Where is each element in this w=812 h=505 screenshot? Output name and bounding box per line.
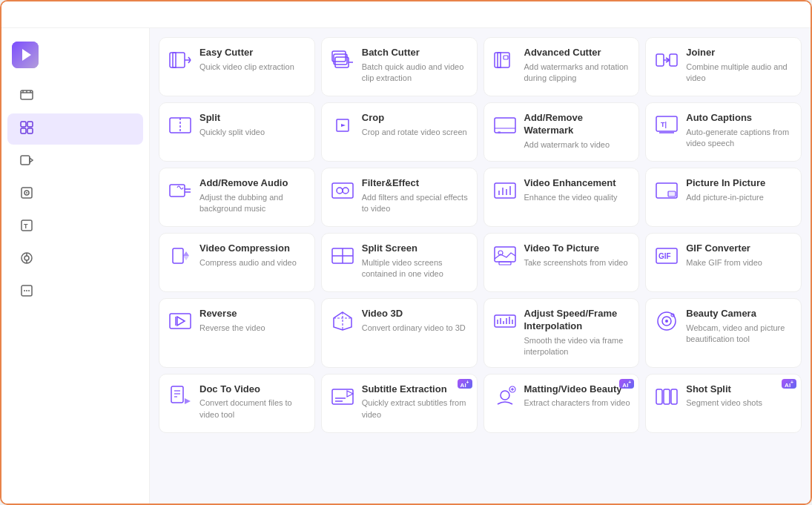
svg-marker-68 <box>183 256 189 260</box>
doc-to-video-name: Doc To Video <box>199 383 307 396</box>
easy-cutter-desc: Quick video clip extraction <box>199 62 307 73</box>
reverse-desc: Reverse the video <box>199 323 307 334</box>
svg-point-25 <box>28 290 30 291</box>
tool-card-subtitle-extraction[interactable]: Subtitle ExtractionQuickly extract subti… <box>321 374 478 433</box>
crop-info: CropCrop and rotate video screen <box>362 112 469 138</box>
tool-card-video-3d[interactable]: Video 3DConvert ordinary video to 3D <box>321 298 478 368</box>
advanced-cutter-name: Advanced Cutter <box>524 47 632 59</box>
batch-cutter-name: Batch Cutter <box>362 47 469 59</box>
tool-card-doc-to-video[interactable]: Doc To VideoConvert document files to vi… <box>159 374 315 433</box>
svg-rect-39 <box>670 54 677 66</box>
split-screen-desc: Multiple video screens contained in one … <box>362 257 469 280</box>
tool-card-add-remove-audio[interactable]: Add/Remove AudioAdjust the dubbing and b… <box>159 168 315 227</box>
video-enhancement-icon <box>492 177 518 204</box>
sidebar: T <box>1 28 150 504</box>
svg-rect-26 <box>170 53 185 67</box>
sidebar-item-more-tools[interactable] <box>7 277 143 308</box>
tool-card-reverse[interactable]: ReverseReverse the video <box>159 298 315 368</box>
add-remove-audio-info: Add/Remove AudioAdjust the dubbing and b… <box>199 177 307 215</box>
tool-card-crop[interactable]: CropCrop and rotate video screen <box>321 102 478 162</box>
split-info: SplitQuickly split video <box>199 112 307 138</box>
auto-captions-icon: T| <box>653 112 680 139</box>
video-to-picture-icon <box>492 242 518 269</box>
shot-split-icon <box>653 383 680 410</box>
filter-effect-info: Filter&EffectAdd filters and special eff… <box>362 177 469 215</box>
video-to-picture-desc: Take screenshots from video <box>524 257 632 268</box>
split-screen-name: Split Screen <box>362 242 469 255</box>
sidebar-item-video[interactable] <box>7 146 143 177</box>
sidebar-item-video-converter[interactable] <box>7 81 143 112</box>
svg-point-92 <box>665 320 668 323</box>
tool-card-video-to-picture[interactable]: Video To PictureTake screenshots from vi… <box>483 233 640 292</box>
beauty-camera-desc: Webcam, video and picture beautification… <box>686 323 793 346</box>
tool-card-split[interactable]: SplitQuickly split video <box>159 102 315 162</box>
svg-point-24 <box>26 290 27 291</box>
tool-card-beauty-camera[interactable]: Beauty CameraWebcam, video and picture b… <box>645 298 802 368</box>
batch-cutter-desc: Batch quick audio and video clip extract… <box>362 62 469 85</box>
easy-cutter-name: Easy Cutter <box>199 47 307 59</box>
sidebar-item-audio[interactable] <box>7 179 143 210</box>
svg-rect-38 <box>656 54 664 66</box>
svg-marker-78 <box>177 317 185 326</box>
adjust-speed-name: Adjust Speed/Frame Interpolation <box>524 308 632 333</box>
add-remove-watermark-icon: ≡ <box>492 112 518 139</box>
video-to-picture-info: Video To PictureTake screenshots from vi… <box>524 242 632 268</box>
svg-rect-8 <box>27 122 33 127</box>
filter-effect-icon <box>329 177 356 204</box>
shot-split-ai-badge: AI+ <box>782 379 796 389</box>
tool-card-matting-video-beauty[interactable]: Matting/Video BeautyExtract characters f… <box>483 374 640 433</box>
svg-rect-77 <box>170 314 191 329</box>
tool-card-easy-cutter[interactable]: Easy CutterQuick video clip extraction <box>159 37 315 96</box>
filter-effect-name: Filter&Effect <box>362 177 469 190</box>
tool-card-split-screen[interactable]: Split ScreenMultiple video screens conta… <box>321 233 478 292</box>
svg-rect-59 <box>495 183 515 198</box>
svg-rect-53 <box>170 185 185 197</box>
matting-video-beauty-ai-badge: AI+ <box>619 379 634 389</box>
video-compression-icon <box>167 242 194 269</box>
batch-cutter-icon <box>329 47 356 73</box>
text-icon: T <box>19 219 34 235</box>
tool-card-joiner[interactable]: JoinerCombine multiple audio and video <box>645 37 802 96</box>
sidebar-item-all[interactable] <box>7 113 143 145</box>
batch-cutter-info: Batch CutterBatch quick audio and video … <box>362 47 469 85</box>
tool-card-video-enhancement[interactable]: Video EnhancementEnhance the video quali… <box>483 168 640 227</box>
video-3d-info: Video 3DConvert ordinary video to 3D <box>362 308 469 334</box>
svg-text:T: T <box>24 222 28 230</box>
add-remove-watermark-name: Add/Remove Watermark <box>524 112 632 137</box>
picture-in-picture-name: Picture In Picture <box>686 177 793 190</box>
svg-rect-99 <box>332 389 353 404</box>
tool-card-add-remove-watermark[interactable]: ≡Add/Remove WatermarkAdd watermark to vi… <box>483 102 640 162</box>
tool-card-shot-split[interactable]: Shot SplitSegment video shotsAI+ <box>645 374 802 433</box>
joiner-icon <box>653 47 680 73</box>
doc-to-video-info: Doc To VideoConvert document files to vi… <box>199 383 307 421</box>
svg-rect-108 <box>664 389 670 404</box>
subtitle-extraction-name: Subtitle Extraction <box>362 383 469 396</box>
subtitle-extraction-info: Subtitle ExtractionQuickly extract subti… <box>362 383 469 421</box>
svg-text:T|: T| <box>661 121 667 128</box>
add-remove-audio-icon <box>167 177 194 204</box>
easy-cutter-icon <box>167 47 194 73</box>
tool-card-auto-captions[interactable]: T|Auto CaptionsAuto-generate captions fr… <box>645 102 802 162</box>
tool-card-advanced-cutter[interactable]: Advanced CutterAdd watermarks and rotati… <box>483 37 640 96</box>
svg-rect-27 <box>173 53 176 67</box>
tool-card-batch-cutter[interactable]: Batch CutterBatch quick audio and video … <box>321 37 478 96</box>
tool-card-gif-converter[interactable]: GIFGIF ConverterMake GIF from video <box>645 233 802 292</box>
tool-card-picture-in-picture[interactable]: Picture In PictureAdd picture-in-picture <box>645 168 802 227</box>
reverse-icon <box>167 308 194 334</box>
subtitle-extraction-icon <box>329 383 356 410</box>
joiner-desc: Combine multiple audio and video <box>686 62 793 85</box>
split-icon <box>167 112 194 139</box>
tool-card-adjust-speed[interactable]: Adjust Speed/Frame InterpolationSmooth t… <box>483 298 640 368</box>
tool-card-filter-effect[interactable]: Filter&EffectAdd filters and special eff… <box>321 168 478 227</box>
picture-in-picture-icon <box>653 177 680 204</box>
video-3d-icon <box>329 308 356 334</box>
svg-rect-35 <box>495 53 509 67</box>
svg-marker-102 <box>347 391 353 397</box>
video-compression-name: Video Compression <box>199 242 307 255</box>
gif-converter-desc: Make GIF from video <box>686 257 793 268</box>
ai-tools-icon <box>19 251 34 268</box>
sidebar-item-text[interactable]: T <box>7 211 143 242</box>
advanced-cutter-info: Advanced CutterAdd watermarks and rotati… <box>524 47 632 85</box>
tool-card-video-compression[interactable]: Video CompressionCompress audio and vide… <box>159 233 315 292</box>
sidebar-item-ai-tools[interactable] <box>7 244 143 275</box>
